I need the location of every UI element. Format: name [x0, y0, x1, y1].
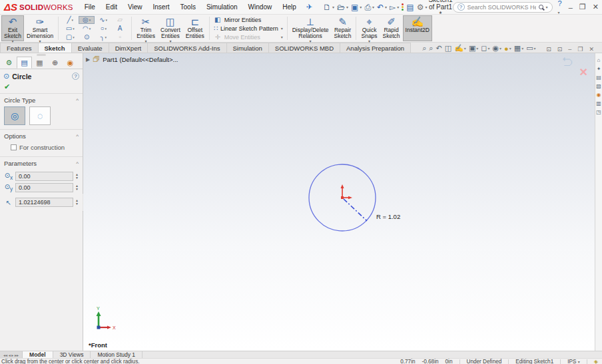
solidworks-resources-icon[interactable]: ✦: [597, 66, 601, 72]
mirror-entities-button[interactable]: ◧ Mirror Entities: [214, 16, 283, 23]
tab-addins[interactable]: SOLIDWORKS Add-Ins: [147, 43, 226, 53]
hide-show-items-button[interactable]: ◉▾: [492, 44, 501, 53]
slot-tool-button[interactable]: ▢▾: [62, 33, 78, 41]
close-button[interactable]: ✕: [593, 3, 599, 11]
linear-sketch-pattern-button[interactable]: ∷ Linear Sketch Pattern ▾: [214, 25, 283, 32]
appearances-scenes-icon[interactable]: ◉: [597, 92, 601, 98]
displaymanager-tab[interactable]: ◉: [63, 57, 78, 69]
3d-views-tab[interactable]: 3D Views: [53, 351, 91, 358]
menu-simulation[interactable]: Simulation: [202, 1, 242, 13]
point-tool-button[interactable]: ⊙: [79, 33, 95, 41]
featuremanager-tab[interactable]: ⚙: [1, 57, 17, 69]
radius-field[interactable]: 1.02124698: [15, 198, 73, 207]
trim-entities-button[interactable]: ✂ TrimEntities ▾: [134, 15, 158, 41]
zoom-to-area-button[interactable]: ⌕: [429, 44, 433, 53]
doc-close-button[interactable]: ✕: [589, 46, 594, 53]
doc-minimize-button[interactable]: –: [568, 46, 571, 53]
dimxpertmanager-tab[interactable]: ⊕: [47, 57, 63, 69]
minimize-button[interactable]: –: [569, 3, 573, 11]
tab-scroll-buttons[interactable]: ◂◂ ◂ ▸ ▸▸: [0, 351, 23, 358]
menu-tools[interactable]: Tools: [176, 1, 200, 13]
circle-center-point[interactable]: [341, 196, 344, 199]
zoom-to-fit-button[interactable]: ⌕: [422, 44, 426, 53]
for-construction-option[interactable]: For construction: [4, 142, 79, 152]
tab-simulation[interactable]: Simulation: [226, 43, 269, 53]
spline-tool-button[interactable]: ∿▾: [95, 16, 111, 24]
model-tab[interactable]: Model: [23, 351, 53, 358]
design-library-icon[interactable]: ▤: [596, 75, 601, 81]
dock-right-icon[interactable]: ⊡: [557, 46, 563, 53]
center-circle-button[interactable]: ◎: [4, 106, 25, 125]
select-button[interactable]: ▻▾: [388, 2, 400, 13]
rapid-sketch-button[interactable]: ✐ RapidSketch: [380, 15, 403, 41]
fillet-tool-button[interactable]: ╮▾: [95, 33, 111, 41]
options-button[interactable]: ⚙▾: [416, 2, 429, 13]
annotation-view-button[interactable]: ✍▾: [454, 44, 466, 53]
print-button[interactable]: ⎙▾: [363, 2, 376, 13]
previous-view-button[interactable]: ↶: [436, 44, 442, 53]
circle-type-header[interactable]: Circle Type ^: [0, 94, 83, 105]
radius-spinner[interactable]: ▲▼: [75, 199, 79, 206]
new-document-button[interactable]: 🗋▾: [322, 2, 336, 13]
smart-dimension-button[interactable]: ✑ SmartDimension ▾: [24, 15, 56, 41]
file-properties-button[interactable]: ▤: [405, 2, 415, 13]
instant2d-button[interactable]: ✍ Instant2D: [403, 15, 432, 41]
unit-system[interactable]: IPS ▾: [567, 359, 580, 364]
sketch-canvas[interactable]: Y X: [83, 53, 595, 351]
pm-help-icon[interactable]: ?: [72, 73, 79, 80]
menu-file[interactable]: File: [80, 1, 100, 13]
search-caret-icon[interactable]: ▾: [546, 5, 548, 9]
view-settings-button[interactable]: ▭▾: [526, 44, 535, 53]
pin-menu-icon[interactable]: ✈: [301, 3, 318, 11]
ok-checkmark-button[interactable]: ✔: [0, 82, 83, 94]
restore-button[interactable]: ❐: [579, 3, 586, 11]
quick-snaps-button[interactable]: ⌖ QuickSnaps ▾: [358, 15, 380, 41]
tab-analysis-preparation[interactable]: Analysis Preparation: [340, 43, 411, 53]
center-x-field[interactable]: 0.00: [15, 172, 73, 181]
motion-study-tab[interactable]: Motion Study 1: [91, 351, 143, 358]
section-view-button[interactable]: ◫: [445, 44, 452, 53]
options-header[interactable]: Options ^: [0, 130, 83, 141]
circle-tool-button[interactable]: ◎▾: [79, 16, 95, 24]
line-tool-button[interactable]: ╱▾: [62, 16, 78, 24]
for-construction-checkbox[interactable]: [11, 144, 17, 150]
tag-icon[interactable]: ◈: [594, 358, 598, 364]
ellipse-tool-button[interactable]: ○▾: [95, 25, 111, 33]
center-y-field[interactable]: 0.00: [15, 183, 73, 192]
graphics-viewport[interactable]: ▶ 🗇 Part1 (Default<<Default>... ⮌ ✕: [83, 53, 595, 351]
rebuild-button[interactable]: [400, 3, 405, 11]
doc-restore-button[interactable]: ❐: [577, 46, 583, 53]
edit-appearance-button[interactable]: ●▾: [504, 45, 511, 53]
tab-mbd[interactable]: SOLIDWORKS MBD: [268, 43, 340, 53]
menu-window[interactable]: Window: [244, 1, 277, 13]
help-search-box[interactable]: ? Search SOLIDWORKS Help ▾: [453, 2, 553, 13]
center-y-spinner[interactable]: ▲▼: [75, 184, 79, 191]
configurationmanager-tab[interactable]: ▦: [32, 57, 47, 69]
custom-properties-icon[interactable]: ▥: [596, 100, 601, 106]
tab-sketch[interactable]: Sketch: [38, 43, 72, 53]
perimeter-circle-button[interactable]: ◌: [29, 106, 51, 125]
menu-view[interactable]: View: [123, 1, 147, 13]
propertymanager-tab[interactable]: ▤: [17, 57, 32, 69]
tab-features[interactable]: Features: [0, 43, 39, 53]
forum-icon[interactable]: ◳: [596, 109, 601, 115]
offset-entities-button[interactable]: ⊏ OffsetEntities: [183, 15, 207, 41]
search-icon[interactable]: [539, 5, 543, 9]
display-style-button[interactable]: ◻▾: [481, 44, 489, 53]
exit-sketch-button[interactable]: ↶ ExitSketch ▾: [1, 15, 24, 41]
menu-help[interactable]: Help: [278, 1, 301, 13]
display-delete-relations-button[interactable]: ⟂ Display/DeleteRelations ▾: [290, 15, 332, 41]
app-help-button[interactable]: ? ▾: [558, 0, 562, 15]
tab-dimxpert[interactable]: DimXpert: [109, 43, 149, 53]
menu-insert[interactable]: Insert: [149, 1, 174, 13]
text-tool-button[interactable]: A: [112, 25, 128, 33]
undo-button[interactable]: ↶▾: [376, 2, 388, 13]
save-button[interactable]: ▣▾: [350, 2, 363, 13]
home-icon[interactable]: ⌂: [597, 57, 601, 63]
parameters-header[interactable]: Parameters ^: [0, 157, 83, 168]
tab-evaluate[interactable]: Evaluate: [71, 43, 109, 53]
dock-left-icon[interactable]: ⊡: [546, 46, 551, 53]
apply-scene-button[interactable]: ▦▾: [514, 44, 523, 53]
file-explorer-icon[interactable]: ▧: [596, 83, 601, 89]
convert-entities-button[interactable]: ◫ ConvertEntities ▾: [158, 15, 183, 41]
